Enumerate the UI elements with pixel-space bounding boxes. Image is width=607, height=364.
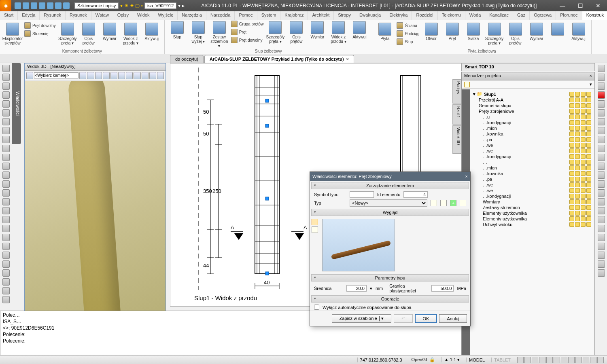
- ribbon-button-small[interactable]: Podciąg: [396, 30, 420, 37]
- rtool-icon[interactable]: [598, 189, 605, 197]
- ribbon-tab[interactable]: Ewakuacja: [355, 11, 385, 20]
- pm-tree-item[interactable]: Zestawy strzemion: [471, 205, 593, 210]
- ribbon-tab[interactable]: Opisy: [113, 11, 133, 20]
- status-model[interactable]: MODEL: [466, 358, 487, 362]
- qat-icon[interactable]: [23, 2, 29, 9]
- preview-cam2-icon[interactable]: [312, 226, 318, 233]
- ribbon-button[interactable]: Eksploratorskryptów: [2, 21, 23, 48]
- ribbon-button[interactable]: Aktywuj: [569, 21, 589, 48]
- side-tab-podrys[interactable]: Podrys: [452, 79, 461, 104]
- pm-tree-item[interactable]: …kondygnacji: [471, 120, 593, 125]
- smart-top-bar[interactable]: Smart TOP 10: [461, 63, 595, 71]
- rtool-icon[interactable]: [598, 207, 605, 214]
- qat-combo-sketch[interactable]: Szkicowanie i opisy: [74, 2, 119, 9]
- pm-tree-item[interactable]: Uchwyt widoku: [471, 222, 593, 227]
- tool-icon[interactable]: [2, 145, 10, 152]
- document-tab[interactable]: do odczytu): [170, 55, 204, 63]
- rtool-icon[interactable]: [598, 252, 605, 259]
- pm-tree-item[interactable]: …pa: [471, 137, 593, 142]
- ribbon-tab[interactable]: Ogrzewa: [530, 11, 556, 20]
- cancel-button[interactable]: Anuluj: [439, 314, 467, 323]
- id-input[interactable]: [403, 191, 428, 198]
- view3d-tool-icon[interactable]: [110, 72, 117, 79]
- rtool-delete-icon[interactable]: [598, 91, 605, 99]
- tool-icon[interactable]: [2, 225, 10, 232]
- rtool-icon[interactable]: [598, 216, 605, 223]
- status-tablet[interactable]: TABLET: [491, 358, 513, 362]
- pm-tree-item[interactable]: Elementy użytkownika: [471, 216, 593, 222]
- status-icon[interactable]: [554, 357, 560, 363]
- view3d-tool-icon[interactable]: [118, 72, 125, 79]
- type-library-icon[interactable]: [431, 200, 437, 206]
- tool-icon[interactable]: [2, 269, 10, 277]
- view3d-tool-icon[interactable]: [142, 72, 149, 79]
- tool-icon[interactable]: [2, 154, 10, 161]
- ribbon-tab[interactable]: Rysunek: [40, 11, 66, 20]
- tool-icon[interactable]: [2, 100, 10, 108]
- ribbon-tab[interactable]: Konstruk: [582, 11, 607, 20]
- tool-icon[interactable]: [2, 180, 10, 188]
- ribbon-button-small[interactable]: Grupa prętów: [230, 20, 265, 28]
- ribbon-button[interactable]: Aktywuj: [349, 19, 369, 48]
- pm-tree-item[interactable]: …kownika: [471, 131, 593, 137]
- ribbon-button[interactable]: Opisprętów: [286, 19, 306, 48]
- rtool-icon[interactable]: [598, 154, 605, 161]
- status-icon[interactable]: [568, 357, 575, 363]
- rtool-icon[interactable]: [598, 269, 605, 277]
- rtool-icon[interactable]: [598, 163, 605, 170]
- pm-tree-item[interactable]: …: [471, 159, 593, 165]
- camera-select[interactable]: [34, 72, 79, 78]
- view3d-tool-icon[interactable]: [26, 72, 33, 79]
- ribbon-button[interactable]: Pręt: [442, 21, 463, 48]
- ok-button[interactable]: OK: [415, 314, 437, 323]
- status-icon[interactable]: [524, 357, 531, 363]
- ribbon-tab[interactable]: Wyjście: [154, 11, 178, 20]
- ribbon-button[interactable]: Wymiar: [307, 19, 327, 48]
- ribbon-tab[interactable]: Edycja: [18, 11, 40, 20]
- tool-icon[interactable]: [2, 260, 10, 268]
- pm-tree-item[interactable]: …we: [471, 182, 593, 188]
- ribbon-button[interactable]: Opisprętów: [79, 21, 99, 48]
- side-tab-rzut1[interactable]: Rzut 1: [452, 104, 461, 125]
- ribbon-tab[interactable]: Widok: [133, 11, 154, 20]
- tool-icon[interactable]: [2, 83, 10, 90]
- status-icon[interactable]: [532, 357, 538, 363]
- tool-icon[interactable]: [2, 109, 10, 116]
- rtool-icon[interactable]: [598, 171, 605, 179]
- ribbon-button[interactable]: Płyta: [375, 21, 395, 48]
- tool-icon[interactable]: [2, 278, 10, 286]
- ribbon-tab[interactable]: Krajobraz: [280, 11, 308, 20]
- tool-icon[interactable]: [2, 91, 10, 99]
- ribbon-tab[interactable]: Gaz: [513, 11, 530, 20]
- tool-icon[interactable]: [2, 118, 10, 125]
- ribbon-button[interactable]: Szczegółypręta ▾: [484, 21, 505, 48]
- qat-icon[interactable]: [31, 2, 37, 9]
- ribbon-tab[interactable]: Kanalizac: [485, 11, 513, 20]
- ribbon-tab[interactable]: Wstaw: [91, 11, 113, 20]
- tool-icon[interactable]: [2, 207, 10, 214]
- rtool-icon[interactable]: [598, 180, 605, 188]
- rtool-icon[interactable]: [598, 145, 605, 152]
- type-select[interactable]: <Nowy>: [350, 199, 427, 207]
- pm-tree-item[interactable]: Przekrój A-A: [471, 97, 593, 103]
- pm-tree-item[interactable]: Pręty zbrojeniowe: [471, 108, 593, 114]
- preview-cam1-icon[interactable]: [312, 219, 318, 225]
- ribbon-button[interactable]: [548, 21, 568, 48]
- view3d-tool-icon[interactable]: [157, 72, 164, 79]
- ribbon-button[interactable]: Siatka: [463, 21, 484, 48]
- view3d-tool-icon[interactable]: [87, 72, 94, 79]
- status-icon[interactable]: [561, 357, 567, 363]
- status-icon[interactable]: [539, 357, 545, 363]
- tool-icon[interactable]: [2, 189, 10, 197]
- ribbon-button[interactable]: Widok zprzodu ▾: [328, 19, 348, 48]
- ribbon-button[interactable]: Otwór: [421, 21, 441, 48]
- dialog-close-icon[interactable]: ×: [465, 174, 468, 179]
- tool-icon[interactable]: [2, 171, 10, 179]
- minimize-button[interactable]: —: [554, 0, 571, 11]
- ribbon-button[interactable]: Wymiar: [526, 21, 547, 48]
- ribbon-button[interactable]: Opisprętów: [505, 21, 526, 48]
- pm-filter-icon[interactable]: ▾: [590, 82, 592, 87]
- ribbon-tab[interactable]: Start: [0, 11, 18, 20]
- view3d-render[interactable]: [25, 81, 166, 313]
- diameter-input[interactable]: [346, 285, 367, 292]
